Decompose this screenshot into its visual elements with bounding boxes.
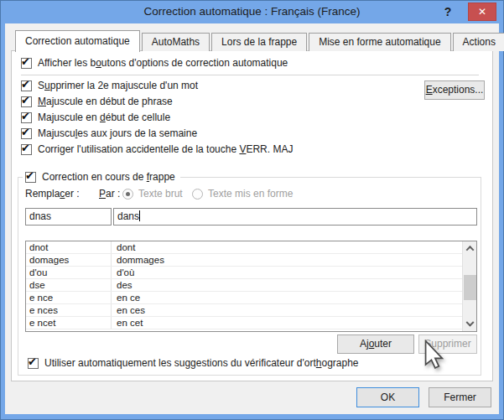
- group-correction-en-cours-de-frappe: ✔ Correction en cours de frappe Remplace…: [18, 177, 481, 376]
- list-item[interactable]: e nceten cet: [26, 317, 476, 329]
- par-input[interactable]: dans: [113, 208, 477, 226]
- tab-actions[interactable]: Actions: [453, 33, 504, 51]
- mouse-cursor-icon: [423, 340, 444, 370]
- ajouter-button[interactable]: Ajouter: [337, 334, 414, 354]
- checkbox-checked-icon: ✔: [28, 358, 39, 369]
- titlebar[interactable]: Correction automatique : Français (Franc…: [0, 0, 504, 23]
- list-item[interactable]: dsedes: [26, 279, 476, 292]
- scrollbar-thumb[interactable]: [464, 275, 476, 300]
- checkbox-verificateur-orthographe[interactable]: ✔ Utiliser automatiquement les suggestio…: [28, 356, 359, 370]
- tab-mise-en-forme[interactable]: Mise en forme automatique: [309, 33, 450, 51]
- checkbox-checked-icon: ✔: [21, 80, 32, 91]
- checkbox-afficher-boutons[interactable]: ✔ Afficher les boutons d'options de corr…: [21, 56, 288, 70]
- radio-unselected-icon: [192, 189, 203, 200]
- dialog-title: Correction automatique : Français (Franc…: [0, 0, 504, 23]
- checkbox-checked-icon: ✔: [21, 96, 32, 107]
- checkbox-checked-icon: ✔: [21, 128, 32, 139]
- list-item[interactable]: d'oud'où: [26, 267, 476, 279]
- scroll-up-icon[interactable]: [463, 241, 476, 255]
- checkbox-majuscules-semaine[interactable]: ✔ Majuscules aux jours de la semaine: [21, 127, 197, 140]
- remplacer-input[interactable]: dnas: [25, 208, 112, 226]
- tab-strip: Correction automatique AutoMaths Lors de…: [15, 28, 504, 51]
- tab-correction-automatique[interactable]: Correction automatique: [15, 30, 140, 52]
- close-icon: ✕: [478, 6, 486, 18]
- scrollbar[interactable]: [462, 241, 476, 331]
- autocorrect-dialog: Correction automatique : Français (Franc…: [0, 0, 504, 420]
- list-item[interactable]: domagesdommages: [26, 254, 476, 267]
- checkbox-majuscule-phrase[interactable]: ✔ Majuscule en début de phrase: [21, 95, 173, 108]
- checkbox-checked-icon: ✔: [21, 112, 32, 123]
- tab-page-correction-automatique: ✔ Afficher les boutons d'options de corr…: [11, 50, 493, 381]
- group-label: ✔ Correction en cours de frappe: [23, 170, 180, 184]
- radio-selected-icon: [122, 189, 133, 200]
- separator: [21, 75, 479, 75]
- checkbox-checked-icon: ✔: [25, 172, 36, 183]
- checkbox-verr-maj[interactable]: ✔ Corriger l'utilisation accidentelle de…: [21, 143, 293, 156]
- fermer-button[interactable]: Fermer: [429, 387, 491, 407]
- help-icon[interactable]: ?: [437, 2, 459, 22]
- checkbox-checked-icon: ✔: [21, 144, 32, 155]
- checkbox-correction-frappe[interactable]: ✔ Correction en cours de frappe: [25, 170, 175, 184]
- scroll-down-icon[interactable]: [463, 318, 476, 331]
- replacement-list: dnotdont domagesdommages d'oud'où dsedes…: [25, 241, 477, 332]
- text-caret: [139, 210, 140, 221]
- close-button[interactable]: ✕: [468, 3, 496, 21]
- radio-texte-brut: Texte brut: [122, 188, 183, 200]
- list-item[interactable]: dnotdont: [26, 241, 476, 254]
- tab-lors-de-la-frappe[interactable]: Lors de la frappe: [211, 33, 307, 51]
- ok-button[interactable]: OK: [356, 387, 419, 407]
- list-item[interactable]: e ncesen ces: [26, 304, 476, 317]
- checkbox-majuscule-cellule[interactable]: ✔ Majuscule en début de cellule: [21, 111, 170, 124]
- list-item[interactable]: e nceen ce: [26, 292, 476, 304]
- checkbox-supprimer-2e-majuscule[interactable]: ✔ Supprimer la 2e majuscule d'un mot: [21, 79, 198, 92]
- remplacer-label: Remplacer :: [25, 188, 80, 200]
- tab-automaths[interactable]: AutoMaths: [142, 33, 210, 51]
- exceptions-button[interactable]: Exceptions...: [424, 80, 485, 100]
- radio-texte-mis-en-forme: Texte mis en forme: [192, 188, 293, 200]
- par-label: Par :: [99, 188, 120, 200]
- checkbox-checked-icon: ✔: [21, 58, 32, 69]
